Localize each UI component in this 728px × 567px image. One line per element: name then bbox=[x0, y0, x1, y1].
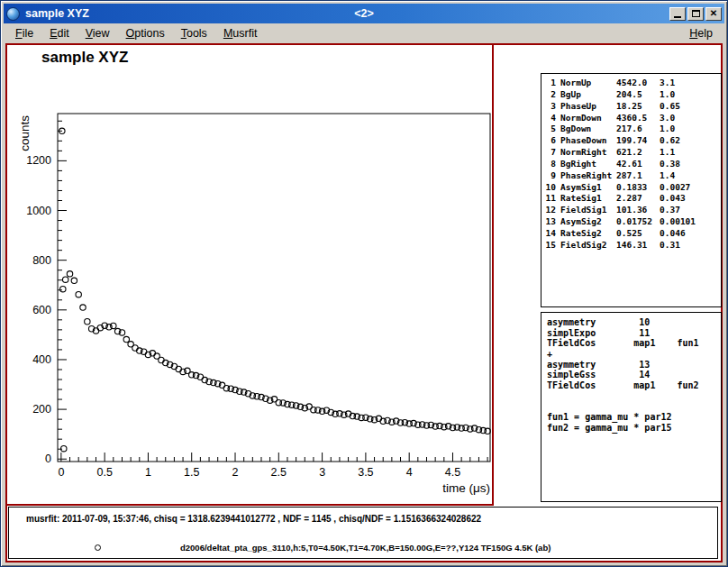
param-id: 8 bbox=[544, 159, 556, 170]
svg-text:3: 3 bbox=[319, 466, 325, 479]
param-error: 1.4 bbox=[660, 170, 718, 182]
param-value: 0.01752 bbox=[616, 216, 660, 228]
param-row: 3 PhaseUp 18.25 0.65 bbox=[544, 101, 718, 113]
param-error: 0.38 bbox=[660, 159, 718, 170]
param-error: 3.0 bbox=[660, 113, 718, 124]
param-row: 14 RateSig2 0.525 0.046 bbox=[544, 228, 718, 240]
param-name: NormDown bbox=[560, 113, 616, 124]
param-name: AsymSig2 bbox=[560, 216, 616, 228]
param-value: 287.1 bbox=[616, 170, 660, 182]
maximize-button[interactable] bbox=[687, 7, 704, 21]
param-error: 1.1 bbox=[660, 147, 718, 159]
svg-text:0: 0 bbox=[58, 466, 64, 479]
menu-item[interactable]: Tools bbox=[173, 25, 215, 42]
param-id: 3 bbox=[544, 101, 556, 113]
param-row: 2 BgUp 204.5 1.0 bbox=[544, 89, 718, 101]
param-name: BgUp bbox=[560, 89, 616, 101]
param-id: 13 bbox=[544, 216, 556, 228]
menu-item[interactable]: View bbox=[77, 25, 118, 42]
param-name: FieldSig2 bbox=[560, 240, 616, 251]
param-value: 217.6 bbox=[616, 123, 660, 135]
fit-parameters-box: 1 NormUp 4542.0 3.1 2 BgUp 204.5 1.0 3 P… bbox=[541, 73, 722, 307]
theory-line: fun2 = gamma_mu * par15 bbox=[547, 423, 715, 434]
plot-title: sample XYZ bbox=[41, 49, 128, 67]
param-row: 15 FieldSig2 146.31 0.31 bbox=[544, 240, 718, 251]
svg-text:200: 200 bbox=[32, 403, 51, 416]
param-error: 1.0 bbox=[660, 123, 718, 135]
theory-line: asymmetry 10 bbox=[547, 317, 715, 328]
svg-text:600: 600 bbox=[32, 304, 51, 316]
app-window: sample XYZ <2> ✕ File Edit View Options … bbox=[0, 0, 728, 567]
theory-line: simpleGss 14 bbox=[547, 370, 715, 380]
param-value: 146.31 bbox=[616, 240, 660, 251]
menu-item[interactable]: Options bbox=[118, 25, 173, 42]
fit-info-text: musrfit: 2011-07-09, 15:37:46, chisq = 1… bbox=[26, 514, 481, 524]
svg-text:3.5: 3.5 bbox=[358, 466, 373, 479]
param-id: 7 bbox=[544, 147, 556, 159]
menu-item[interactable]: Musrfit bbox=[215, 25, 266, 42]
menu-item[interactable]: File bbox=[7, 25, 41, 42]
param-id: 4 bbox=[544, 113, 556, 124]
param-error: 0.00101 bbox=[660, 216, 718, 228]
theory-line: asymmetry 13 bbox=[547, 360, 715, 370]
param-row: 9 PhaseRight 287.1 1.4 bbox=[544, 170, 718, 182]
theory-line bbox=[547, 391, 715, 402]
param-error: 3.1 bbox=[660, 78, 718, 89]
param-name: BgDown bbox=[560, 123, 616, 135]
param-row: 6 PhaseDown 199.74 0.62 bbox=[544, 135, 718, 147]
param-value: 4360.5 bbox=[616, 113, 660, 124]
theory-box: asymmetry 10 simplExpo 11 TFieldCos map1… bbox=[541, 312, 722, 502]
param-id: 9 bbox=[544, 170, 556, 182]
param-row: 1 NormUp 4542.0 3.1 bbox=[544, 78, 718, 89]
param-id: 10 bbox=[544, 182, 556, 194]
param-value: 2.287 bbox=[616, 193, 660, 205]
param-value: 42.61 bbox=[616, 159, 660, 170]
svg-text:0: 0 bbox=[45, 453, 51, 465]
y-axis-label: counts bbox=[18, 115, 32, 151]
plot-pad[interactable]: 00.511.522.533.544.502004006008001000120… bbox=[7, 45, 494, 506]
app-icon bbox=[6, 7, 20, 21]
window-subtitle: <2> bbox=[354, 7, 374, 20]
param-error: 0.65 bbox=[660, 101, 718, 113]
root-canvas[interactable]: 00.511.522.533.544.502004006008001000120… bbox=[5, 43, 723, 562]
param-error: 0.31 bbox=[660, 240, 718, 251]
param-id: 1 bbox=[544, 78, 556, 89]
minimize-icon bbox=[674, 16, 681, 18]
titlebar: sample XYZ <2> ✕ bbox=[4, 4, 724, 23]
x-axis-label: time (μs) bbox=[350, 481, 490, 495]
theory-line: simplExpo 11 bbox=[547, 328, 715, 339]
svg-text:1000: 1000 bbox=[26, 205, 51, 217]
maximize-icon bbox=[692, 10, 700, 17]
svg-text:4.5: 4.5 bbox=[445, 466, 460, 479]
param-id: 6 bbox=[544, 135, 556, 147]
menubar: File Edit View Options Tools Musrfit Hel… bbox=[4, 24, 724, 43]
fit-info-box: musrfit: 2011-07-09, 15:37:46, chisq = 1… bbox=[8, 507, 718, 559]
param-id: 5 bbox=[544, 123, 556, 135]
svg-text:800: 800 bbox=[32, 254, 51, 267]
param-value: 621.2 bbox=[616, 147, 660, 159]
param-value: 0.525 bbox=[616, 228, 660, 240]
param-value: 204.5 bbox=[616, 89, 660, 101]
svg-text:0.5: 0.5 bbox=[96, 466, 112, 479]
close-icon: ✕ bbox=[710, 9, 717, 18]
svg-text:2: 2 bbox=[232, 466, 239, 479]
param-error: 0.62 bbox=[660, 135, 718, 147]
decay-histogram-plot[interactable]: 00.511.522.533.544.502004006008001000120… bbox=[7, 45, 492, 504]
param-row: 4 NormDown 4360.5 3.0 bbox=[544, 113, 718, 124]
param-id: 2 bbox=[544, 89, 556, 101]
param-name: PhaseUp bbox=[560, 101, 616, 113]
svg-text:1.5: 1.5 bbox=[184, 466, 199, 479]
param-name: FieldSig1 bbox=[560, 205, 616, 216]
menu-item-help[interactable]: Help bbox=[681, 25, 721, 42]
param-name: NormUp bbox=[560, 78, 616, 89]
param-value: 101.36 bbox=[616, 205, 660, 216]
param-name: NormRight bbox=[560, 147, 616, 159]
param-value: 199.74 bbox=[616, 135, 660, 147]
param-row: 10 AsymSig1 0.1833 0.0027 bbox=[544, 182, 718, 194]
menu-item[interactable]: Edit bbox=[41, 25, 77, 42]
open-circle-marker-icon bbox=[95, 544, 101, 551]
param-row: 12 FieldSig1 101.36 0.37 bbox=[544, 205, 718, 216]
close-button[interactable]: ✕ bbox=[705, 7, 722, 21]
minimize-button[interactable] bbox=[669, 7, 686, 21]
param-name: PhaseDown bbox=[560, 135, 616, 147]
